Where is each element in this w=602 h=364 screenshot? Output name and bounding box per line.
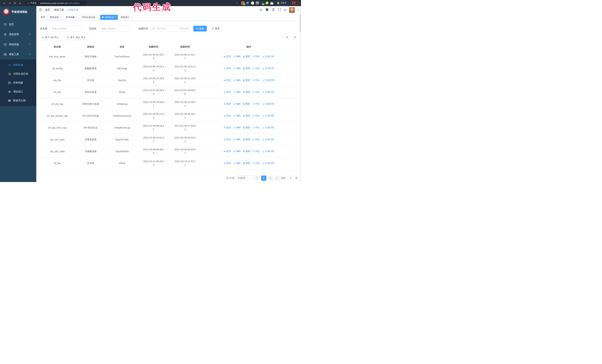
action-preview-link[interactable]: 预览 — [224, 161, 231, 165]
submenu-item-0[interactable]: 代码生成 — [0, 61, 36, 69]
action-delete-link[interactable]: 删除 — [243, 138, 250, 141]
action-preview-link[interactable]: 预览 — [224, 126, 231, 129]
tag-tab-1[interactable]: 链路追踪× — [48, 15, 63, 20]
breadcrumb-item-0[interactable]: 首页 — [45, 8, 50, 12]
search-icon[interactable] — [259, 8, 262, 12]
extension-icon-diamond[interactable] — [246, 1, 249, 5]
action-edit-link[interactable]: 编辑 — [233, 161, 241, 165]
refresh-table-button[interactable] — [292, 34, 298, 40]
table-name-input[interactable] — [50, 26, 84, 31]
action-delete-link[interactable]: 删除 — [243, 90, 250, 94]
breadcrumb-item-1[interactable]: 研发工具 — [54, 8, 64, 12]
action-sync-link[interactable]: 同步 — [252, 102, 260, 106]
extension-icon-columns[interactable] — [256, 1, 259, 5]
action-edit-link[interactable]: 编辑 — [233, 102, 241, 106]
action-preview-link[interactable]: 预览 — [224, 102, 231, 106]
action-generate-code-link[interactable]: 生成代码 — [262, 90, 274, 94]
action-delete-link[interactable]: 删除 — [243, 67, 250, 70]
sidebar-item-0[interactable]: 首页 — [0, 20, 36, 30]
action-generate-code-link[interactable]: 生成代码 — [262, 161, 274, 165]
action-preview-link[interactable]: 预览 — [224, 67, 231, 70]
sidebar-toggle-button[interactable] — [39, 8, 42, 12]
action-generate-code-link[interactable]: 生成代码 — [262, 55, 274, 58]
page-button-1[interactable]: 1 — [261, 176, 266, 181]
import-db-button[interactable]: 基于 DB 导入 — [39, 34, 62, 40]
browser-reload-button[interactable]: ↻ — [12, 0, 17, 6]
action-edit-link[interactable]: 编辑 — [233, 138, 241, 141]
action-delete-link[interactable]: 删除 — [243, 79, 250, 82]
action-delete-link[interactable]: 删除 — [243, 161, 250, 165]
close-tab-icon[interactable]: × — [130, 16, 132, 19]
action-generate-code-link[interactable]: 生成代码 — [262, 67, 274, 70]
page-button-2[interactable]: 2 — [268, 176, 273, 181]
action-sync-link[interactable]: 同步 — [252, 150, 260, 153]
tag-tab-4[interactable]: 代码生成× — [100, 15, 118, 20]
action-sync-link[interactable]: 同步 — [252, 114, 260, 118]
action-generate-code-link[interactable]: 生成代码 — [262, 138, 274, 141]
extension-icon-orange[interactable]: 1 — [241, 1, 245, 5]
action-edit-link[interactable]: 编辑 — [233, 150, 241, 153]
tag-tab-3[interactable]: 代码生成示例× — [80, 15, 99, 20]
sidebar-item-1[interactable]: 系统管理 — [0, 30, 36, 40]
action-edit-link[interactable]: 编辑 — [233, 55, 241, 58]
next-page-button[interactable]: › — [275, 176, 280, 181]
chevron-down-icon[interactable]: ▾ — [298, 9, 299, 11]
extension-icon-green-v[interactable]: V — [251, 1, 254, 5]
close-tab-icon[interactable]: × — [60, 16, 61, 19]
action-delete-link[interactable]: 删除 — [243, 126, 250, 129]
help-icon[interactable] — [272, 8, 275, 12]
action-generate-code-link[interactable]: 生成代码 — [262, 102, 274, 106]
action-edit-link[interactable]: 编辑 — [233, 114, 241, 118]
action-preview-link[interactable]: 预览 — [224, 90, 231, 94]
action-preview-link[interactable]: 预览 — [224, 79, 231, 82]
tag-tab-0[interactable]: 首页 — [39, 15, 47, 20]
submenu-item-4[interactable]: 数据库文档 — [0, 96, 36, 105]
prev-page-button[interactable]: ‹ — [255, 176, 260, 181]
action-sync-link[interactable]: 同步 — [252, 55, 260, 58]
submenu-item-1[interactable]: 代码生成示例 — [0, 69, 36, 78]
import-sql-button[interactable]: 基于 SQL 导入 — [64, 34, 88, 40]
action-preview-link[interactable]: 预览 — [224, 138, 231, 141]
font-size-icon[interactable]: tT — [284, 9, 286, 11]
submenu-item-2[interactable]: 表单构建 — [0, 78, 36, 87]
action-edit-link[interactable]: 编辑 — [233, 79, 241, 82]
submenu-item-3[interactable]: 系统接口 — [0, 87, 36, 96]
action-sync-link[interactable]: 同步 — [252, 79, 260, 82]
address-bar[interactable]: ⚠ 不安全 dashboard.yudao.iocoder.cn/tool/co… — [25, 1, 86, 5]
action-sync-link[interactable]: 同步 — [252, 161, 260, 165]
action-generate-code-link[interactable]: 生成代码 — [262, 114, 274, 118]
browser-menu-icon[interactable] — [297, 2, 298, 4]
action-sync-link[interactable]: 同步 — [252, 67, 260, 70]
goto-page-input[interactable] — [287, 176, 294, 180]
action-sync-link[interactable]: 同步 — [252, 138, 260, 141]
browser-back-button[interactable]: ← — [2, 0, 7, 6]
tag-tab-5[interactable]: 系统接口× — [119, 15, 134, 20]
action-edit-link[interactable]: 编辑 — [233, 126, 241, 129]
extensions-puzzle-icon[interactable] — [270, 1, 273, 5]
close-tab-icon[interactable]: × — [96, 16, 97, 19]
extension-icon-monkey[interactable] — [265, 1, 269, 5]
action-edit-link[interactable]: 编辑 — [233, 67, 241, 70]
action-sync-link[interactable]: 同步 — [252, 90, 260, 94]
action-edit-link[interactable]: 编辑 — [233, 90, 241, 94]
action-delete-link[interactable]: 删除 — [243, 55, 250, 58]
action-preview-link[interactable]: 预览 — [224, 114, 231, 118]
close-tab-icon[interactable]: × — [76, 16, 77, 19]
action-sync-link[interactable]: 同步 — [252, 126, 260, 129]
action-delete-link[interactable]: 删除 — [243, 102, 250, 106]
user-avatar[interactable] — [289, 7, 295, 13]
action-preview-link[interactable]: 预览 — [224, 55, 231, 58]
action-generate-code-link[interactable]: 生成代码 — [262, 150, 274, 153]
search-button[interactable]: 搜索 — [194, 26, 207, 31]
page-size-select[interactable]: 10条/页 ▾ — [236, 176, 253, 181]
reset-button[interactable]: 重置 — [209, 26, 222, 31]
profile-paused-chip[interactable]: 已暂停 — [275, 1, 288, 5]
action-preview-link[interactable]: 预览 — [224, 150, 231, 153]
scrollbar-thumb[interactable] — [300, 14, 301, 32]
bookmark-star-icon[interactable]: ☆ — [235, 0, 240, 6]
page-scrollbar[interactable] — [300, 6, 301, 182]
sidebar-item-2[interactable]: 基础设施 — [0, 40, 36, 49]
action-generate-code-link[interactable]: 生成代码 — [262, 126, 274, 129]
github-icon[interactable] — [265, 8, 269, 12]
app-logo[interactable]: 芋道管理系统 — [0, 6, 36, 18]
